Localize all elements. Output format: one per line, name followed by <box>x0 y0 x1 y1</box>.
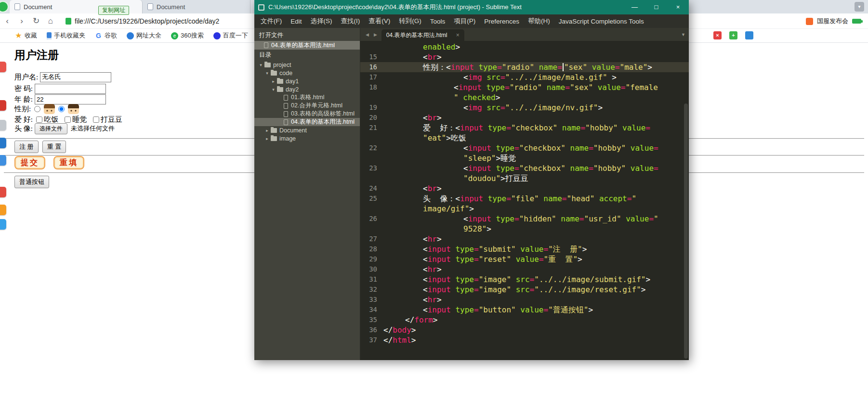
menu-item[interactable]: 帮助(H) <box>524 17 554 26</box>
menu-item[interactable]: 查找(I) <box>337 17 365 26</box>
code-line[interactable]: "doudou">打豆豆 <box>360 173 689 183</box>
scrollbar-thumb[interactable] <box>684 104 688 359</box>
tree-file[interactable]: 01.表格.html <box>254 93 360 102</box>
code-line[interactable]: 26<input type="hidden" name="usr_id" val… <box>360 214 689 224</box>
code-line[interactable]: " checked> <box>360 92 689 103</box>
code-line[interactable]: 22<input type="checkbox" name="hobby" va… <box>360 143 689 153</box>
gender-male-radio[interactable] <box>34 106 40 112</box>
code-line[interactable]: 29<input type="reset" value="重 置"> <box>360 254 689 264</box>
panel-app-icon[interactable] <box>0 62 6 72</box>
tree-folder[interactable]: ▸image <box>254 134 360 142</box>
home-icon[interactable]: ⌂ <box>43 16 58 26</box>
bookmark-item[interactable]: ★收藏 <box>11 30 41 41</box>
tree-folder[interactable]: ▸Document <box>254 126 360 134</box>
promo-icon[interactable] <box>806 18 813 25</box>
code-line[interactable]: 28<input type="submit" value="注 册"> <box>360 244 689 254</box>
minimize-button[interactable]: — <box>624 0 645 14</box>
register-button[interactable]: 注 册 <box>14 141 39 153</box>
code-line[interactable]: 33<hr> <box>360 295 689 305</box>
code-line[interactable]: image/gif"> <box>360 204 689 214</box>
maximize-button[interactable]: □ <box>645 0 667 14</box>
code-line[interactable]: 20<br> <box>360 113 689 123</box>
sublime-titlebar[interactable]: C:\Users\19226\Desktop\project\code\day2… <box>254 0 689 14</box>
panel-app-icon[interactable] <box>0 219 6 230</box>
code-line[interactable]: 19<img src="../../image/nv.gif"> <box>360 103 689 113</box>
editor-tab[interactable]: 04.表单的基本用法.html × <box>381 29 464 41</box>
gender-female-radio[interactable] <box>58 106 65 112</box>
hobby-checkbox[interactable] <box>36 116 42 123</box>
close-button[interactable]: × <box>667 0 689 14</box>
code-editor[interactable]: enabled>15<br>16性别：<input type="radio" n… <box>360 41 689 360</box>
code-line[interactable]: 27<hr> <box>360 234 689 244</box>
bookmark-item[interactable]: 网址大全 <box>122 30 166 41</box>
panel-app-icon[interactable] <box>0 187 6 197</box>
forward-icon[interactable]: › <box>14 16 29 26</box>
plain-button[interactable]: 普通按钮 <box>14 176 49 188</box>
code-line[interactable]: 24<br> <box>360 183 689 194</box>
code-line[interactable]: 36</body> <box>360 325 689 335</box>
menu-item[interactable]: 项目(P) <box>449 17 480 26</box>
panel-app-icon[interactable] <box>0 205 6 215</box>
menu-item[interactable]: Edit <box>286 18 306 25</box>
choose-file-button[interactable]: 选择文件 <box>35 123 67 134</box>
image-reset-button[interactable]: 重填 <box>53 156 84 169</box>
reset-button[interactable]: 重 置 <box>42 141 66 153</box>
code-line[interactable]: 34<input type="button" value="普通按钮"> <box>360 305 689 315</box>
tab-scroll-left-icon[interactable]: ◀ <box>363 32 371 37</box>
tab-scroll-right-icon[interactable]: ▶ <box>371 32 380 37</box>
code-line[interactable]: "eat">吃饭 <box>360 133 689 143</box>
bookmark-item[interactable]: e360搜索 <box>167 30 208 41</box>
bookmark-tool-icon[interactable]: × <box>713 31 722 39</box>
code-line[interactable]: 31<input type="image" src="../../image/s… <box>360 274 689 285</box>
code-line[interactable]: 30<hr> <box>360 264 689 274</box>
browser-tab[interactable]: Document <box>143 0 250 13</box>
menu-item[interactable]: Preferences <box>480 18 524 25</box>
code-line[interactable]: 23<input type="checkbox" name="hobby" va… <box>360 163 689 173</box>
tab-close-icon[interactable]: × <box>456 32 460 39</box>
tree-file[interactable]: 03.表格的高级标签.html <box>254 110 360 118</box>
code-line[interactable]: 17<img src="../../image/male.gif" > <box>360 72 689 82</box>
tree-folder[interactable]: ▾code <box>254 69 360 77</box>
hobby-checkbox[interactable] <box>93 116 99 123</box>
code-line[interactable]: 15<br> <box>360 52 689 62</box>
bookmark-item[interactable]: 手机收藏夹 <box>42 30 90 41</box>
menu-item[interactable]: Tools <box>426 18 450 25</box>
panel-app-icon[interactable] <box>0 155 6 166</box>
panel-app-icon[interactable] <box>0 100 6 111</box>
tree-file[interactable]: 04.表单的基本用法.html <box>254 118 360 126</box>
panel-app-icon[interactable] <box>0 138 6 148</box>
refresh-icon[interactable]: ↻ <box>29 16 43 26</box>
url-text[interactable]: file:///C:/Users/19226/Desktop/project/c… <box>75 17 224 25</box>
hobby-checkbox[interactable] <box>65 116 71 123</box>
code-line[interactable]: 35</form> <box>360 315 689 325</box>
username-input[interactable] <box>40 72 111 82</box>
code-line[interactable]: enabled> <box>360 42 689 52</box>
bookmark-item[interactable]: G谷歌 <box>91 30 121 41</box>
tree-folder[interactable]: ▾project <box>254 61 360 69</box>
tree-file[interactable]: 02.合并单元格.html <box>254 102 360 110</box>
code-line[interactable]: 18<input type="radio" name="sex" value="… <box>360 82 689 92</box>
bookmark-item[interactable]: 百度一下 <box>209 30 252 41</box>
code-line[interactable]: 21爱 好：<input type="checkbox" name="hobby… <box>360 123 689 133</box>
menu-item[interactable]: 选择(S) <box>306 17 337 26</box>
code-line[interactable]: 16性别：<input type="radio" name="sex" valu… <box>360 62 689 72</box>
tree-folder[interactable]: ▸day1 <box>254 77 360 85</box>
password-input[interactable] <box>35 84 106 94</box>
promo-text[interactable]: 国服发布会 <box>817 17 848 26</box>
code-line[interactable]: 37</html> <box>360 335 689 345</box>
menu-item[interactable]: 查看(V) <box>364 17 395 26</box>
panel-app-icon[interactable] <box>0 120 6 130</box>
tab-overflow-icon[interactable]: ▼ <box>681 32 685 37</box>
menu-item[interactable]: 转到(G) <box>395 17 426 26</box>
tree-folder[interactable]: ▾day2 <box>254 85 360 93</box>
bookmark-tool-icon[interactable]: + <box>729 31 737 39</box>
image-submit-button[interactable]: 提交 <box>14 156 45 169</box>
menu-item[interactable]: 文件(F) <box>256 17 286 26</box>
code-line[interactable]: "sleep">睡觉 <box>360 153 689 163</box>
code-line[interactable]: 25头 像：<input type="file" name="head" acc… <box>360 194 689 204</box>
code-line[interactable]: 9528"> <box>360 224 689 234</box>
open-file-item[interactable]: 04.表单的基本用法.html <box>254 41 360 50</box>
bookmark-tool-icon[interactable] <box>745 31 753 39</box>
code-line[interactable]: 32<input type="image" src="../../image/r… <box>360 285 689 295</box>
menu-item[interactable]: JavaScript Completions Tools <box>554 18 648 25</box>
